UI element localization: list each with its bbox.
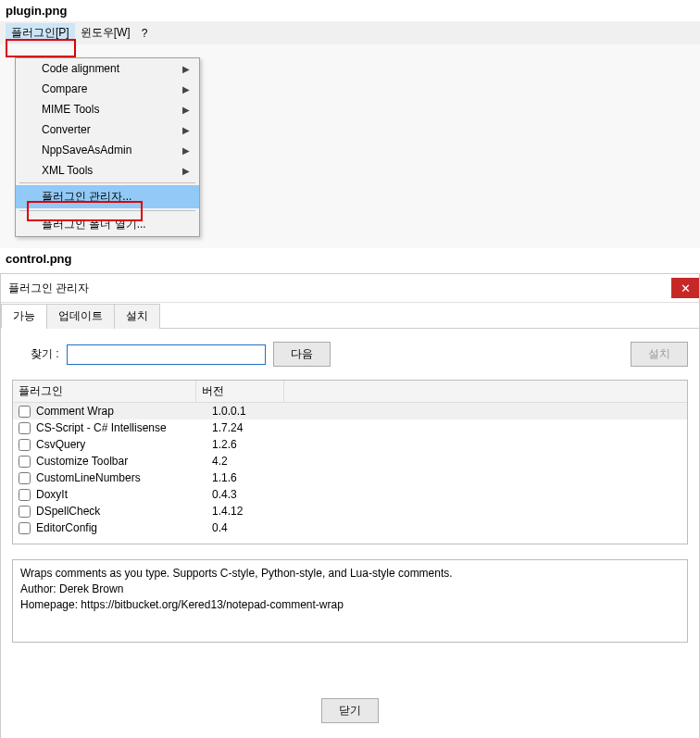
row-checkbox[interactable] [19, 422, 31, 434]
dialog-footer: 닫기 [1, 652, 699, 738]
dropdown-label: Compare [42, 82, 87, 95]
row-name: DSpellCheck [34, 504, 206, 519]
row-name: CS-Script - C# Intellisense [34, 420, 206, 435]
row-checkbox[interactable] [19, 439, 31, 451]
list-row[interactable]: EditorConfig 0.4 [13, 519, 687, 536]
dropdown-separator [19, 182, 195, 183]
description-author: Author: Derek Brown [20, 582, 680, 597]
row-checkbox[interactable] [19, 489, 31, 501]
row-checkbox[interactable] [19, 456, 31, 468]
list-row[interactable]: CS-Script - C# Intellisense 1.7.24 [13, 419, 687, 436]
dropdown-label: Code alignment [42, 62, 119, 75]
row-version: 1.1.6 [206, 470, 294, 485]
menu-help[interactable]: ? [136, 25, 154, 42]
highlight-box-manager [27, 201, 143, 221]
tab-available[interactable]: 가능 [1, 304, 47, 329]
dropdown-item-mime-tools[interactable]: MIME Tools ▶ [16, 99, 199, 119]
tab-update[interactable]: 업데이트 [46, 304, 115, 329]
dropdown-item-compare[interactable]: Compare ▶ [16, 79, 199, 99]
list-row[interactable]: CustomLineNumbers 1.1.6 [13, 469, 687, 486]
row-name: DoxyIt [34, 487, 206, 502]
chevron-right-icon: ▶ [182, 105, 190, 115]
section-label-plugin: plugin.png [0, 0, 700, 21]
list-row[interactable]: CsvQuery 1.2.6 [13, 436, 687, 453]
chevron-right-icon: ▶ [182, 84, 190, 94]
highlight-box-menu [6, 39, 76, 57]
column-header-name[interactable]: 플러그인 [13, 381, 196, 402]
row-checkbox[interactable] [19, 472, 31, 484]
row-checkbox[interactable] [19, 506, 31, 518]
description-box[interactable]: Wraps comments as you type. Supports C-s… [12, 559, 688, 643]
search-row: 찾기 : 다음 설치 [12, 342, 688, 367]
row-version: 0.4.3 [206, 487, 294, 502]
chevron-right-icon: ▶ [182, 125, 190, 135]
list-row[interactable]: DoxyIt 0.4.3 [13, 486, 687, 503]
row-name: Comment Wrap [34, 404, 206, 419]
dropdown-item-converter[interactable]: Converter ▶ [16, 119, 199, 140]
row-version: 1.7.24 [206, 420, 294, 435]
row-version: 1.2.6 [206, 437, 294, 452]
next-button[interactable]: 다음 [273, 342, 331, 367]
tabs: 가능 업데이트 설치 [1, 303, 699, 329]
tab-installed[interactable]: 설치 [114, 304, 160, 329]
row-checkbox[interactable] [19, 406, 31, 418]
close-button[interactable]: ✕ [671, 278, 699, 298]
row-version: 1.0.0.1 [206, 404, 294, 419]
dropdown-item-nppsaveasadmin[interactable]: NppSaveAsAdmin ▶ [16, 140, 199, 160]
close-dialog-button[interactable]: 닫기 [321, 698, 379, 723]
column-header-version[interactable]: 버전 [196, 381, 284, 402]
chevron-right-icon: ▶ [182, 166, 190, 176]
section-label-control: control.png [0, 248, 700, 269]
dialog-body: 찾기 : 다음 설치 플러그인 버전 Comment Wrap 1.0.0.1 … [1, 329, 699, 652]
description-line: Wraps comments as you type. Supports C-s… [20, 566, 680, 582]
dialog-titlebar: 플러그인 관리자 ✕ [1, 274, 699, 303]
row-checkbox[interactable] [19, 522, 31, 534]
dropdown-label: Converter [42, 123, 91, 136]
row-name: Customize Toolbar [34, 454, 206, 469]
row-version: 0.4 [206, 520, 294, 535]
menubar: 플러그인[P] 윈도우[W] ? [0, 21, 700, 44]
list-row[interactable]: Customize Toolbar 4.2 [13, 453, 687, 469]
description-homepage: Homepage: https://bitbucket.org/Kered13/… [20, 597, 680, 613]
search-label: 찾기 : [12, 346, 59, 362]
row-name: EditorConfig [34, 520, 206, 535]
chevron-right-icon: ▶ [182, 64, 190, 74]
menu-window[interactable]: 윈도우[W] [75, 23, 136, 43]
close-icon: ✕ [681, 281, 691, 295]
plugin-manager-dialog: 플러그인 관리자 ✕ 가능 업데이트 설치 찾기 : 다음 설치 플러그인 버전… [0, 273, 700, 738]
install-button[interactable]: 설치 [631, 342, 688, 367]
dropdown-label: NppSaveAsAdmin [42, 144, 131, 156]
dropdown-label: MIME Tools [42, 103, 99, 116]
chevron-right-icon: ▶ [182, 145, 190, 156]
dropdown-item-code-alignment[interactable]: Code alignment ▶ [16, 58, 199, 79]
dialog-title: 플러그인 관리자 [8, 281, 89, 296]
row-version: 4.2 [206, 454, 294, 469]
list-header: 플러그인 버전 [13, 381, 687, 403]
row-version: 1.4.12 [206, 504, 294, 519]
dropdown-item-xml-tools[interactable]: XML Tools ▶ [16, 160, 199, 181]
list-row[interactable]: DSpellCheck 1.4.12 [13, 503, 687, 519]
search-input[interactable] [67, 344, 266, 365]
list-row[interactable]: Comment Wrap 1.0.0.1 [13, 403, 687, 419]
dropdown-label: XML Tools [42, 164, 93, 177]
row-name: CustomLineNumbers [34, 470, 206, 485]
plugin-list[interactable]: 플러그인 버전 Comment Wrap 1.0.0.1 CS-Script -… [12, 380, 688, 544]
row-name: CsvQuery [34, 437, 206, 452]
menubar-area: 플러그인[P] 윈도우[W] ? Code alignment ▶ Compar… [0, 21, 700, 248]
